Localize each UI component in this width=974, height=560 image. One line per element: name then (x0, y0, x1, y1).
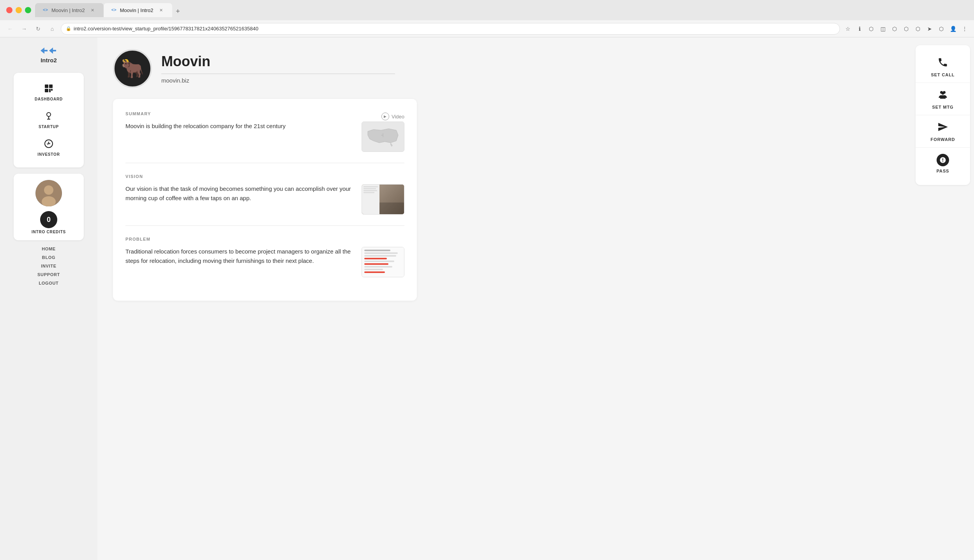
action-card: SET CALL SET MTG (916, 45, 970, 185)
bookmark-star-icon[interactable]: ☆ (843, 24, 852, 33)
video-link[interactable]: ▶ Video (381, 113, 404, 120)
section-problem: PROBLEM Traditional relocation forces co… (125, 237, 404, 288)
vision-label: VISION (125, 174, 404, 179)
problem-content: Traditional relocation forces consumers … (125, 247, 404, 277)
problem-thumbnail (362, 247, 404, 277)
summary-label: SUMMARY (125, 111, 151, 116)
new-tab-button[interactable]: + (172, 5, 184, 17)
address-bar[interactable]: 🔒 intro2.co/version-test/view_startup_pr… (61, 23, 840, 35)
browser-toolbar: ← → ↻ ⌂ 🔒 intro2.co/version-test/view_st… (0, 20, 974, 37)
tab-favicon-1: <> (43, 7, 48, 13)
extension-icon-1[interactable]: ⬡ (866, 24, 876, 33)
company-logo-icon: 🐂 (121, 58, 144, 79)
svg-rect-0 (45, 85, 48, 88)
company-logo: 🐂 (113, 49, 152, 88)
people-icon (937, 89, 948, 102)
vision-thumbnail (362, 184, 404, 215)
info-icon[interactable]: ℹ (855, 24, 864, 33)
maximize-button[interactable] (25, 7, 31, 13)
forward-label: FORWARD (931, 137, 955, 142)
extension-icon-2[interactable]: ◫ (878, 24, 888, 33)
action-pass[interactable]: PASS (916, 148, 970, 179)
sidebar-links: HOME BLOG INVITE SUPPORT LOGOUT (37, 247, 60, 285)
tab-label-1: Moovin | Intro2 (51, 7, 85, 13)
extension-icon-4[interactable]: ⬡ (902, 24, 911, 33)
svg-rect-2 (45, 89, 48, 92)
sidebar-logo[interactable]: Intro2 (39, 45, 58, 63)
dashboard-icon (44, 84, 53, 95)
tab-2[interactable]: <> Moovin | Intro2 ✕ (104, 3, 172, 17)
avatar-placeholder (35, 180, 62, 206)
sidebar-nav-card: DASHBOARD STARTUP (14, 73, 84, 167)
extension-icon-6[interactable]: ➤ (925, 24, 934, 33)
title-bar: <> Moovin | Intro2 ✕ <> Moovin | Intro2 … (0, 0, 974, 20)
svg-point-5 (47, 113, 51, 116)
summary-header: SUMMARY ▶ Video (125, 111, 404, 122)
ssl-icon: 🔒 (66, 26, 71, 31)
investor-label: INVESTOR (37, 152, 60, 157)
tabs-bar: <> Moovin | Intro2 ✕ <> Moovin | Intro2 … (35, 3, 968, 17)
intro2-logo-icon (39, 45, 58, 56)
tab-close-1[interactable]: ✕ (90, 7, 96, 13)
extension-icon-3[interactable]: ⬡ (890, 24, 899, 33)
company-url: moovin.biz (161, 77, 395, 84)
credits-value: 0 (47, 216, 51, 224)
vision-content: Our vision is that the task of moving be… (125, 184, 404, 215)
right-panel: SET CALL SET MTG (912, 37, 974, 560)
forward-button[interactable]: → (19, 23, 30, 34)
action-set-mtg[interactable]: SET MTG (916, 84, 970, 115)
svg-point-20 (942, 161, 943, 162)
svg-rect-4 (51, 89, 53, 91)
minimize-button[interactable] (16, 7, 22, 13)
pass-icon (937, 154, 949, 166)
toolbar-icons: ☆ ℹ ⬡ ◫ ⬡ ⬡ ⬡ ➤ ⬡ 👤 ⋮ (843, 24, 969, 33)
problem-label: PROBLEM (125, 237, 404, 241)
sidebar-item-startup[interactable]: STARTUP (14, 107, 84, 134)
action-set-call[interactable]: SET CALL (916, 51, 970, 83)
action-forward[interactable]: FORWARD (916, 116, 970, 148)
menu-icon[interactable]: ⋮ (960, 24, 969, 33)
sidebar-link-blog[interactable]: BLOG (42, 255, 55, 260)
vision-text: Our vision is that the task of moving be… (125, 184, 354, 203)
reload-button[interactable]: ↻ (33, 23, 44, 34)
close-button[interactable] (6, 7, 12, 13)
svg-rect-3 (49, 89, 51, 92)
summary-thumbnail (362, 122, 404, 152)
sidebar-link-support[interactable]: SUPPORT (37, 272, 60, 277)
sidebar-profile-card: 0 INTRO CREDITS (14, 174, 84, 240)
tab-favicon-2: <> (111, 7, 117, 13)
tab-1[interactable]: <> Moovin | Intro2 ✕ (35, 3, 104, 17)
summary-content: Moovin is building the relocation compan… (125, 122, 404, 152)
sidebar-logo-text: Intro2 (41, 57, 57, 63)
browser-frame: <> Moovin | Intro2 ✕ <> Moovin | Intro2 … (0, 0, 974, 560)
main-content: 🐂 Moovin moovin.biz SUMMARY ▶ Video (97, 37, 912, 560)
doc-thumbnail (362, 247, 404, 277)
extension-icon-5[interactable]: ⬡ (913, 24, 923, 33)
company-header: 🐂 Moovin moovin.biz (113, 49, 896, 88)
back-button[interactable]: ← (5, 23, 16, 34)
tab-close-2[interactable]: ✕ (158, 7, 164, 13)
set-mtg-label: SET MTG (932, 105, 953, 109)
summary-text: Moovin is building the relocation compan… (125, 122, 354, 131)
pass-label: PASS (937, 169, 949, 173)
profile-avatar (35, 180, 62, 206)
credits-label: INTRO CREDITS (32, 230, 66, 234)
url-text: intro2.co/version-test/view_startup_prof… (74, 26, 258, 32)
set-call-label: SET CALL (931, 72, 955, 77)
home-button[interactable]: ⌂ (47, 23, 58, 34)
profile-icon[interactable]: 👤 (948, 24, 958, 33)
sidebar: Intro2 DASHBOARD (0, 37, 97, 560)
svg-point-18 (942, 92, 944, 95)
company-name: Moovin (161, 53, 395, 74)
sidebar-item-investor[interactable]: $ INVESTOR (14, 134, 84, 161)
sidebar-item-dashboard[interactable]: DASHBOARD (14, 79, 84, 106)
sidebar-link-logout[interactable]: LOGOUT (39, 281, 58, 285)
credits-circle: 0 (40, 211, 57, 228)
svg-point-11 (44, 185, 53, 195)
sidebar-link-home[interactable]: HOME (42, 247, 56, 251)
extension-icon-7[interactable]: ⬡ (937, 24, 946, 33)
forward-send-icon (937, 122, 948, 135)
svg-rect-1 (49, 85, 53, 88)
section-vision: VISION Our vision is that the task of mo… (125, 174, 404, 226)
sidebar-link-invite[interactable]: INVITE (41, 264, 56, 268)
